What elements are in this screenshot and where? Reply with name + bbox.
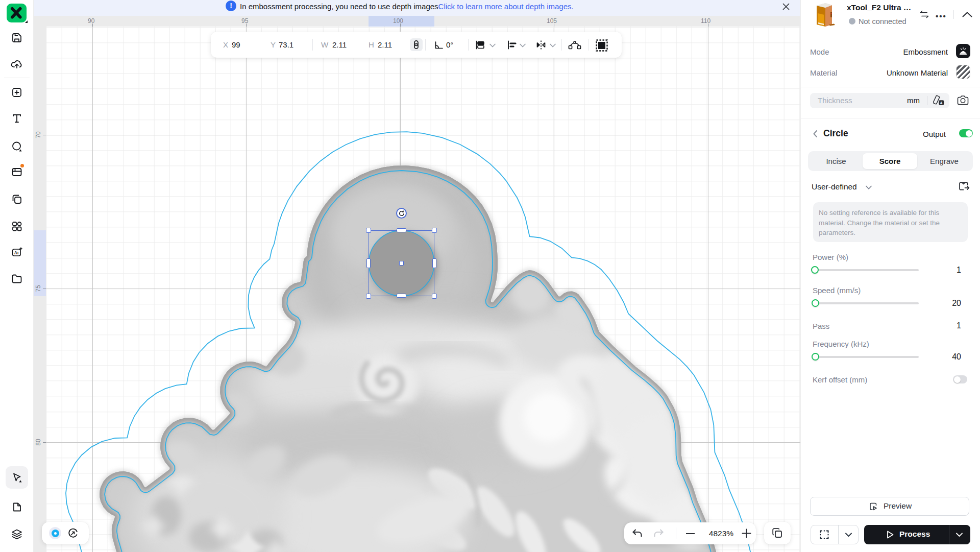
svg-text:A: A [940,101,943,105]
svg-text:Ai: Ai [14,250,18,255]
